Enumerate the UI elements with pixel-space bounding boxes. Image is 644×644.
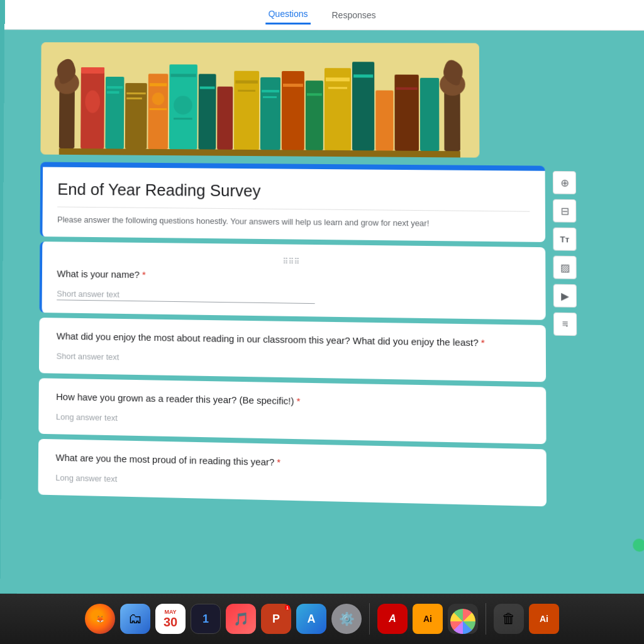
header-image	[40, 42, 479, 158]
dock-item-illustrator[interactable]: Ai	[413, 604, 443, 634]
dock: 🦊 🗂 MAY 30 1 🎵 P 1 A ⚙️ A Ai	[0, 594, 644, 644]
answer-placeholder-1: Short answer text	[57, 289, 530, 307]
dock-item-acrobat[interactable]: A	[377, 604, 408, 634]
dock-item-firefox[interactable]: 🦊	[85, 604, 115, 634]
svg-rect-33	[306, 80, 323, 150]
svg-rect-12	[126, 92, 146, 94]
dock-divider-2	[486, 603, 486, 635]
dock-item-ai[interactable]: Ai	[529, 604, 559, 634]
dock-item-settings[interactable]: ⚙️	[331, 604, 362, 634]
question-card-1: ⠿⠿⠿ What is your name?* Short answer tex…	[40, 242, 546, 320]
svg-rect-13	[126, 97, 142, 99]
svg-rect-19	[170, 74, 196, 77]
svg-rect-22	[198, 74, 216, 150]
question-text-4: What are you the most proud of in readin…	[55, 452, 531, 474]
import-tool[interactable]: ⊟	[553, 199, 576, 223]
svg-rect-26	[235, 80, 258, 84]
svg-rect-28	[260, 77, 280, 150]
dock-item-photos[interactable]	[448, 604, 478, 634]
dock-item-appstore[interactable]: A	[296, 604, 326, 634]
svg-rect-43	[420, 78, 440, 151]
svg-rect-40	[375, 91, 393, 151]
survey-title-card: End of Year Reading Survey Please answer…	[40, 162, 545, 242]
screen: Questions Responses	[0, 0, 644, 611]
svg-rect-23	[200, 86, 215, 89]
svg-rect-42	[396, 87, 417, 90]
content-area: End of Year Reading Survey Please answer…	[38, 30, 613, 521]
required-star-2: *	[481, 337, 485, 348]
tab-bar: Questions Responses	[4, 0, 644, 31]
dock-item-calendar[interactable]: MAY 30	[155, 604, 186, 634]
required-star-3: *	[296, 396, 300, 406]
drag-handle-1: ⠿⠿⠿	[57, 254, 530, 269]
form-container: End of Year Reading Survey Please answer…	[38, 162, 578, 508]
svg-point-16	[152, 92, 165, 105]
svg-rect-37	[328, 87, 347, 89]
question-card-4: What are you the most proud of in readin…	[38, 439, 547, 506]
svg-rect-39	[353, 74, 373, 77]
dock-item-trash[interactable]: 🗑	[494, 604, 524, 634]
svg-rect-41	[394, 75, 419, 151]
tab-questions[interactable]: Questions	[266, 5, 311, 25]
tab-responses[interactable]: Responses	[329, 6, 378, 24]
svg-rect-36	[326, 77, 350, 81]
svg-rect-29	[262, 90, 279, 92]
svg-rect-32	[283, 84, 303, 87]
question-text-2: What did you enjoy the most about readin…	[57, 330, 530, 348]
question-text-3: How have you grown as a reader this year…	[56, 391, 531, 411]
question-card-2: What did you enjoy the most about readin…	[39, 318, 546, 382]
question-card-3: How have you grown as a reader this year…	[38, 378, 546, 444]
svg-rect-15	[150, 83, 167, 86]
answer-placeholder-3: Long answer text	[56, 412, 531, 431]
section-tool[interactable]: ≡	[553, 313, 577, 336]
survey-description: Please answer the following questions ho…	[57, 206, 530, 229]
svg-rect-24	[217, 87, 233, 150]
add-question-tool[interactable]: ⊕	[553, 171, 576, 194]
svg-point-20	[174, 96, 192, 114]
answer-placeholder-4: Long answer text	[55, 473, 531, 493]
dock-item-powerpoint[interactable]: P 1	[261, 604, 291, 634]
dock-item-music[interactable]: 🎵	[226, 604, 256, 634]
dock-divider	[369, 603, 370, 635]
svg-rect-31	[282, 71, 304, 150]
survey-title: End of Year Reading Survey	[57, 180, 530, 204]
text-tool[interactable]: Tт	[553, 228, 576, 251]
image-tool[interactable]: ▨	[553, 256, 577, 279]
svg-rect-9	[107, 86, 123, 89]
svg-point-7	[85, 91, 100, 113]
answer-placeholder-2: Short answer text	[57, 352, 531, 369]
dock-item-1password[interactable]: 1	[191, 604, 221, 634]
svg-rect-17	[150, 108, 167, 110]
questions-column: End of Year Reading Survey Please answer…	[38, 162, 547, 507]
calendar-date: 30	[164, 615, 177, 630]
svg-rect-10	[107, 91, 119, 94]
svg-rect-6	[81, 67, 104, 74]
question-text-1: What is your name?*	[57, 268, 530, 285]
required-star-1: *	[142, 269, 146, 280]
dock-item-finder[interactable]: 🗂	[120, 604, 150, 634]
required-star-4: *	[277, 457, 280, 467]
calendar-month: MAY	[164, 609, 176, 615]
sidebar-tools: ⊕ ⊟ Tт ▨ ▶ ≡	[553, 166, 578, 508]
svg-rect-21	[174, 118, 192, 119]
svg-rect-34	[307, 93, 322, 96]
svg-rect-30	[263, 96, 277, 98]
svg-rect-27	[238, 90, 255, 92]
video-tool[interactable]: ▶	[553, 284, 577, 308]
corner-accent	[633, 538, 644, 552]
